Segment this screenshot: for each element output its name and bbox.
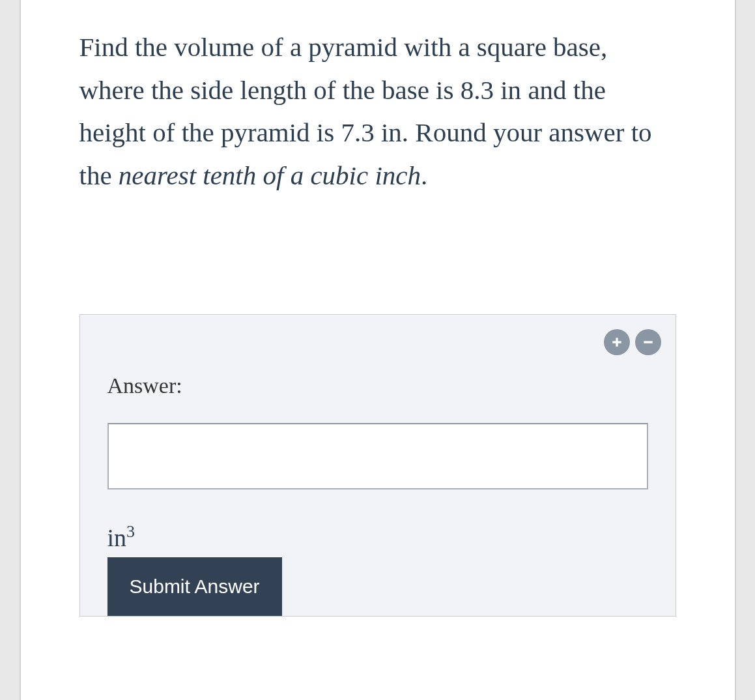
zoom-in-button[interactable] <box>604 329 630 355</box>
svg-rect-1 <box>612 342 621 343</box>
question-italic: nearest tenth of a cubic inch <box>119 160 421 190</box>
answer-panel: Answer: in3 Submit Answer <box>79 314 676 617</box>
question-part4: . <box>421 160 427 190</box>
answer-input[interactable] <box>107 423 648 489</box>
svg-rect-2 <box>644 342 652 343</box>
unit-base: in <box>107 524 127 551</box>
submit-answer-button[interactable]: Submit Answer <box>107 557 282 616</box>
side-length-value: 8.3 in <box>461 75 521 105</box>
minus-icon <box>642 336 655 349</box>
unit-exponent: 3 <box>126 522 135 541</box>
plus-icon <box>610 336 623 349</box>
page-container: Find the volume of a pyramid with a squa… <box>20 0 736 700</box>
question-text: Find the volume of a pyramid with a squa… <box>79 26 676 197</box>
answer-label: Answer: <box>107 373 648 398</box>
zoom-controls <box>604 329 661 355</box>
zoom-out-button[interactable] <box>635 329 661 355</box>
unit-label: in3 <box>107 522 648 552</box>
height-value: 7.3 in <box>341 117 401 147</box>
